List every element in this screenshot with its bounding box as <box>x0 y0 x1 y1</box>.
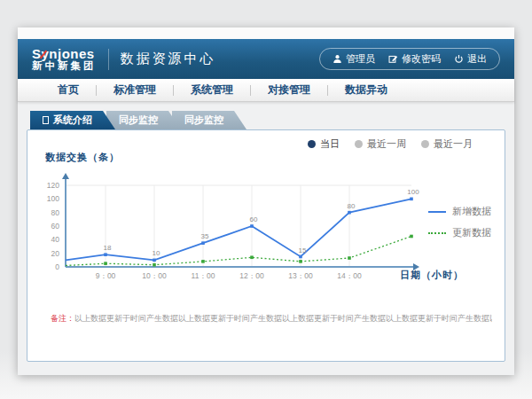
window-top-strip <box>18 27 514 39</box>
app-title: 数据资源中心 <box>121 51 216 67</box>
user-menu-admin[interactable]: 管理员 <box>332 52 375 66</box>
range-option-last-month[interactable]: 最近一月 <box>421 137 473 151</box>
legend-line-solid <box>428 211 446 213</box>
svg-text:80: 80 <box>51 208 60 217</box>
svg-text:60: 60 <box>51 222 60 231</box>
user-menu-logout-label: 退出 <box>467 52 487 66</box>
nav-item-system-mgmt[interactable]: 系统管理 <box>174 82 250 98</box>
range-option-today[interactable]: 当日 <box>308 137 340 151</box>
range-option-label: 最近一月 <box>434 137 473 151</box>
edit-icon <box>388 54 398 64</box>
footnote: 备注：以上数据更新于时间产生数据以上数据更新于时间产生数据以上数据更新于时间产生… <box>51 313 492 325</box>
tab-label: 同步监控 <box>119 111 158 129</box>
chart-y-axis-title: 数据交换（条） <box>45 151 120 164</box>
svg-text:20: 20 <box>51 249 60 258</box>
chart-x-axis-title: 日期（小时） <box>400 269 464 282</box>
legend-item-new-data: 新增数据 <box>428 205 491 218</box>
svg-text:18: 18 <box>104 244 112 252</box>
svg-text:10: 10 <box>153 249 160 257</box>
svg-text:9：00: 9：00 <box>96 271 116 280</box>
legend-line-dotted <box>428 232 446 234</box>
legend-label: 更新数据 <box>452 226 491 239</box>
range-option-label: 当日 <box>320 137 340 151</box>
range-option-last-week[interactable]: 最近一周 <box>355 137 406 151</box>
tab-label: 系统介绍 <box>53 111 92 129</box>
tab-sync-monitor-1[interactable]: 同步监控 <box>106 111 181 129</box>
nav-item-data-change[interactable]: 数据异动 <box>328 82 404 98</box>
user-menu-change-password-label: 修改密码 <box>402 52 441 66</box>
footnote-text: 以上数据更新于时间产生数据以上数据更新于时间产生数据以上数据更新于时间产生数据以… <box>74 314 492 323</box>
time-range-group: 当日 最近一周 最近一月 <box>308 137 473 151</box>
power-icon <box>454 54 464 64</box>
range-option-label: 最近一周 <box>367 137 406 151</box>
tab-label: 同步监控 <box>184 111 223 129</box>
app-header: Synjones 新中新集团 数据资源中心 管理员 修改密码 <box>18 39 514 79</box>
brand-logo: Synjones 新中新集团 <box>32 47 97 72</box>
legend-label: 新增数据 <box>452 205 491 218</box>
exchange-chart: 0204060801001209：0010：0011：0012：0013：001… <box>36 168 453 286</box>
legend-item-updated-data: 更新数据 <box>428 226 491 239</box>
tab-system-intro[interactable]: 系统介绍 <box>30 111 115 129</box>
user-menu-admin-label: 管理员 <box>346 52 375 66</box>
user-menu-change-password[interactable]: 修改密码 <box>388 52 441 66</box>
footnote-prefix: 备注： <box>51 314 74 323</box>
app-window: Synjones 新中新集团 数据资源中心 管理员 修改密码 <box>18 27 514 375</box>
content-area: 系统介绍 同步监控 同步监控 当日 最近一周 <box>18 102 514 362</box>
radio-dot <box>355 140 363 148</box>
radio-dot <box>421 140 429 148</box>
svg-text:120: 120 <box>47 181 59 190</box>
nav-item-interface-mgmt[interactable]: 对接管理 <box>251 82 327 98</box>
document-icon <box>43 116 49 124</box>
svg-text:10：00: 10：00 <box>142 271 167 280</box>
svg-text:40: 40 <box>51 235 60 244</box>
user-menu-logout[interactable]: 退出 <box>454 52 487 66</box>
radio-dot <box>308 140 316 148</box>
tab-bar: 系统介绍 同步监控 同步监控 <box>30 111 514 129</box>
svg-text:11：00: 11：00 <box>192 271 215 280</box>
user-menu: 管理员 修改密码 退出 <box>319 48 500 70</box>
svg-text:13：00: 13：00 <box>288 271 313 280</box>
svg-text:12：00: 12：00 <box>239 271 264 280</box>
nav-item-standard-mgmt[interactable]: 标准管理 <box>97 82 173 98</box>
svg-text:14：00: 14：00 <box>337 271 362 280</box>
tab-sync-monitor-2[interactable]: 同步监控 <box>172 111 246 129</box>
svg-text:80: 80 <box>348 202 356 210</box>
brand-company: 新中新集团 <box>32 60 97 71</box>
nav-item-home[interactable]: 首页 <box>41 82 96 98</box>
header-divider <box>108 49 109 70</box>
chart-panel: 当日 最近一周 最近一月 数据交换（条） 0204060801001209：00… <box>27 129 505 362</box>
chart-legend: 新增数据 更新数据 <box>428 205 491 247</box>
svg-text:60: 60 <box>250 215 258 223</box>
svg-text:35: 35 <box>201 232 209 240</box>
svg-text:15: 15 <box>299 246 307 254</box>
svg-text:0: 0 <box>55 262 59 271</box>
svg-text:100: 100 <box>47 194 59 203</box>
main-nav: 首页 标准管理 系统管理 对接管理 数据异动 <box>18 79 514 102</box>
user-icon <box>332 54 342 64</box>
svg-text:100: 100 <box>407 188 419 196</box>
